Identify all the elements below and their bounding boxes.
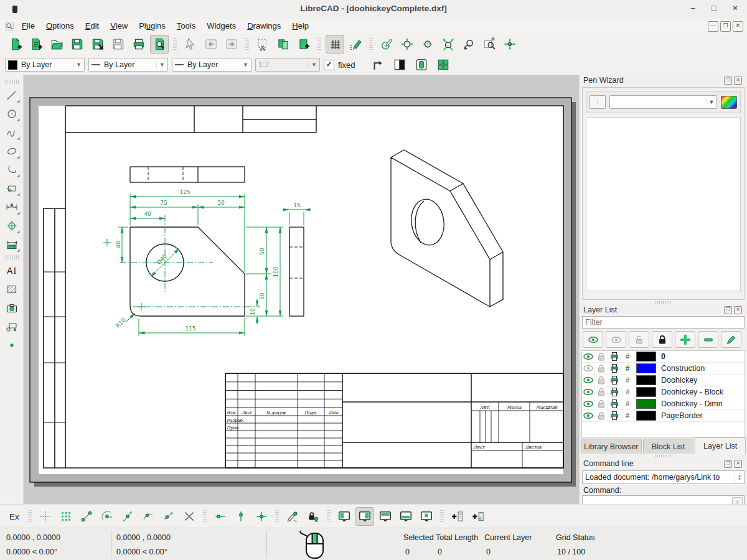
mdi-restore-button[interactable]: ❐: [720, 21, 731, 32]
layer-visibility-toggle[interactable]: [582, 386, 595, 398]
tool-block-button[interactable]: [2, 317, 21, 335]
layer-name[interactable]: Doohickey - Block: [658, 388, 723, 396]
command-history[interactable]: Loaded document: /home/garys/Link to ▲▼: [582, 470, 745, 484]
set-relative-zero-button[interactable]: [283, 507, 302, 526]
save-button[interactable]: [68, 35, 87, 54]
layer-row[interactable]: #Doohickey - Dimn: [582, 398, 745, 410]
undo-button[interactable]: [202, 35, 220, 54]
splitter-handle[interactable]: [580, 300, 747, 304]
pen-wizard-list[interactable]: [586, 117, 741, 291]
layer-row[interactable]: #Construction: [582, 363, 745, 375]
layer-lock-toggle[interactable]: [595, 410, 608, 421]
pen-width-combo[interactable]: By Layer ▼: [88, 58, 168, 72]
layer-print-toggle[interactable]: [608, 398, 621, 409]
menu-tools[interactable]: Tools: [171, 19, 201, 33]
tool-dimension-button[interactable]: A◢: [2, 198, 21, 216]
float-panel-icon[interactable]: ❐: [724, 77, 732, 85]
snap-distance-button[interactable]: [159, 507, 178, 526]
zoom-in-button[interactable]: [398, 35, 416, 54]
ucs-button[interactable]: [369, 56, 387, 73]
menu-help[interactable]: Help: [286, 19, 314, 33]
layer-lock-toggle[interactable]: [595, 363, 608, 374]
tab-layer-list[interactable]: Layer List: [695, 437, 746, 454]
layer-print-toggle[interactable]: [608, 363, 621, 374]
close-button[interactable]: ×: [731, 3, 740, 12]
layer-color-swatch[interactable]: [636, 411, 656, 421]
layer-row[interactable]: #0: [582, 351, 745, 363]
layer-color-swatch[interactable]: [636, 387, 656, 397]
tool-polyline-button[interactable]: ◢: [2, 161, 21, 179]
print-preview-button[interactable]: [150, 35, 169, 54]
menu-file[interactable]: File: [16, 19, 40, 33]
menu-drawings[interactable]: Drawings: [242, 19, 286, 33]
tab-block-list[interactable]: Block List: [643, 439, 694, 454]
layer-color-swatch[interactable]: [636, 363, 656, 373]
redo-button[interactable]: [222, 35, 241, 54]
new-from-template-button[interactable]: [27, 35, 45, 54]
paste-button[interactable]: [294, 35, 313, 54]
menu-edit[interactable]: Edit: [80, 19, 105, 33]
tool-line-button[interactable]: ◢: [2, 86, 21, 104]
pen-color-combo[interactable]: By Layer ▼: [5, 58, 85, 72]
layer-construction-toggle[interactable]: #: [621, 351, 634, 362]
menu-options[interactable]: Options: [40, 19, 80, 33]
layer-construction-toggle[interactable]: #: [621, 375, 634, 386]
minimize-button[interactable]: –: [688, 3, 697, 12]
add-layer-widget-button[interactable]: [448, 507, 467, 526]
copy-button[interactable]: [274, 35, 293, 54]
layer-lock-toggle[interactable]: [595, 375, 608, 386]
zoom-out-button[interactable]: [418, 35, 437, 54]
black-white-button[interactable]: [390, 56, 408, 73]
dock-right-button[interactable]: [355, 507, 374, 526]
cursor-button[interactable]: [181, 35, 200, 54]
unlock-all-layers-button[interactable]: [629, 331, 649, 348]
open-button[interactable]: [47, 35, 66, 54]
layer-lock-toggle[interactable]: [595, 386, 608, 398]
drawing-area[interactable]: Изм. Лист № докум. Подп. Дата Разраб. Пр…: [24, 75, 579, 504]
menu-widgets[interactable]: Widgets: [201, 19, 242, 33]
layer-visibility-toggle[interactable]: [582, 398, 595, 409]
layer-visibility-toggle[interactable]: [582, 363, 595, 374]
new-file-button[interactable]: [6, 35, 25, 54]
dock-bottom-button[interactable]: [397, 507, 415, 526]
zoom-previous-button[interactable]: [459, 35, 478, 54]
maximize-button[interactable]: □: [710, 3, 718, 12]
tab-library-browser[interactable]: Library Browser: [581, 439, 642, 454]
color-picker-button[interactable]: [721, 96, 737, 109]
draft-mode-button[interactable]: [346, 35, 365, 54]
restrict-vertical-button[interactable]: [232, 507, 250, 526]
mdi-close-button[interactable]: ✕: [733, 21, 743, 32]
layer-name[interactable]: PageBorder: [658, 411, 703, 420]
hide-all-layers-button[interactable]: [606, 331, 626, 348]
snap-endpoint-button[interactable]: [77, 507, 96, 526]
menu-view[interactable]: View: [105, 19, 133, 33]
tool-image-button[interactable]: [2, 299, 21, 317]
layer-lock-toggle[interactable]: [595, 351, 608, 362]
splitter-handle[interactable]: [580, 454, 747, 458]
layer-name[interactable]: Construction: [658, 364, 705, 373]
layer-print-toggle[interactable]: [608, 351, 621, 362]
spinner-arrows-icon[interactable]: ▲▼: [735, 471, 744, 483]
zoom-pan-button[interactable]: [500, 35, 519, 54]
layer-construction-toggle[interactable]: #: [621, 363, 634, 374]
tool-measure-button[interactable]: ◢: [2, 235, 21, 253]
remove-layer-button[interactable]: [698, 331, 718, 348]
layer-print-toggle[interactable]: [608, 410, 621, 421]
snap-center-button[interactable]: [98, 507, 116, 526]
layer-row[interactable]: #Doohickey: [582, 375, 745, 386]
pen-wizard-options-button[interactable]: ⋮: [590, 95, 606, 109]
float-panel-icon[interactable]: ❐: [724, 460, 732, 468]
cad-drawing[interactable]: Изм. Лист № докум. Подп. Дата Разраб. Пр…: [24, 75, 579, 504]
grid-toggle-button[interactable]: [326, 35, 344, 54]
tool-circle-button[interactable]: ◢: [2, 105, 21, 123]
mdi-minimize-button[interactable]: —: [708, 21, 718, 32]
layer-row[interactable]: #PageBorder: [582, 410, 745, 422]
snap-grid-button[interactable]: [57, 507, 75, 526]
layer-construction-toggle[interactable]: #: [621, 398, 634, 409]
tile-windows-button[interactable]: [434, 56, 452, 73]
close-panel-icon[interactable]: ✕: [734, 306, 742, 314]
draft-view-button[interactable]: [412, 56, 430, 73]
save-as-button[interactable]: [88, 35, 107, 54]
exclusive-snap-button[interactable]: Ex: [5, 512, 24, 521]
layer-color-swatch[interactable]: [636, 352, 656, 362]
